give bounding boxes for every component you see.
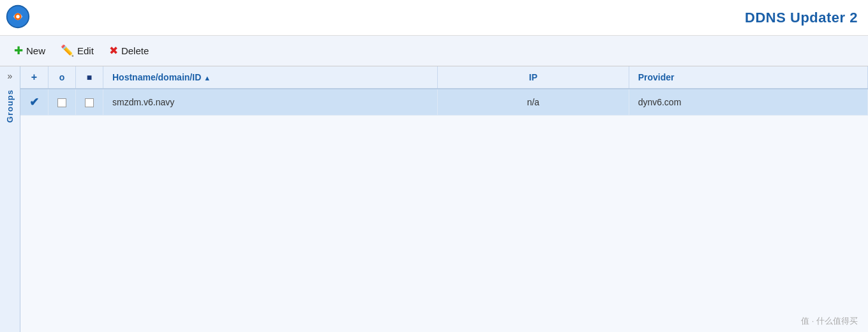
sidebar-chevron[interactable]: » bbox=[6, 69, 15, 83]
ddns-table: + o ■ Hostname/domain/ID ▲ IP bbox=[20, 66, 868, 116]
col-header-status[interactable]: o bbox=[49, 66, 76, 89]
cell-provider: dynv6.com bbox=[629, 89, 867, 116]
cell-status bbox=[49, 89, 76, 116]
cell-check: ✔ bbox=[20, 89, 49, 116]
table-area: + o ■ Hostname/domain/ID ▲ IP bbox=[20, 66, 868, 332]
table-header-row: + o ■ Hostname/domain/ID ▲ IP bbox=[20, 66, 868, 89]
col-header-check[interactable]: + bbox=[20, 66, 49, 89]
table-row[interactable]: ✔smzdm.v6.navyn/adynv6.com bbox=[20, 89, 868, 116]
delete-icon: ✖ bbox=[109, 44, 118, 57]
col-header-provider[interactable]: Provider bbox=[629, 66, 867, 89]
square-icon bbox=[85, 98, 94, 107]
sort-arrow-icon: ▲ bbox=[204, 74, 211, 82]
col-header-ip[interactable]: IP bbox=[438, 66, 629, 89]
cell-ip: n/a bbox=[438, 89, 629, 116]
app-logo bbox=[5, 4, 33, 32]
new-label: New bbox=[26, 45, 45, 56]
main-area: » Groups + o ■ Hostname/domain/ID bbox=[0, 66, 868, 332]
new-icon: ✚ bbox=[14, 44, 23, 57]
groups-label[interactable]: Groups bbox=[5, 89, 15, 123]
header: DDNS Updater 2 bbox=[0, 0, 868, 36]
watermark: 值 · 什么值得买 bbox=[801, 315, 858, 327]
delete-label: Delete bbox=[121, 45, 149, 56]
col-header-square[interactable]: ■ bbox=[76, 66, 103, 89]
toolbar: ✚ New ✏️ Edit ✖ Delete bbox=[0, 36, 868, 66]
checkmark-icon: ✔ bbox=[29, 96, 39, 109]
delete-button[interactable]: ✖ Delete bbox=[103, 42, 155, 60]
edit-icon: ✏️ bbox=[61, 44, 74, 57]
edit-button[interactable]: ✏️ Edit bbox=[54, 42, 100, 60]
sidebar: » Groups bbox=[0, 66, 20, 332]
col-header-hostname[interactable]: Hostname/domain/ID ▲ bbox=[103, 66, 438, 89]
edit-label: Edit bbox=[77, 45, 94, 56]
new-button[interactable]: ✚ New bbox=[8, 42, 52, 60]
app-title: DDNS Updater 2 bbox=[745, 10, 858, 26]
cell-hostname: smzdm.v6.navy bbox=[103, 89, 438, 116]
cell-square bbox=[76, 89, 103, 116]
status-square-icon bbox=[57, 98, 66, 107]
svg-point-3 bbox=[16, 15, 19, 18]
